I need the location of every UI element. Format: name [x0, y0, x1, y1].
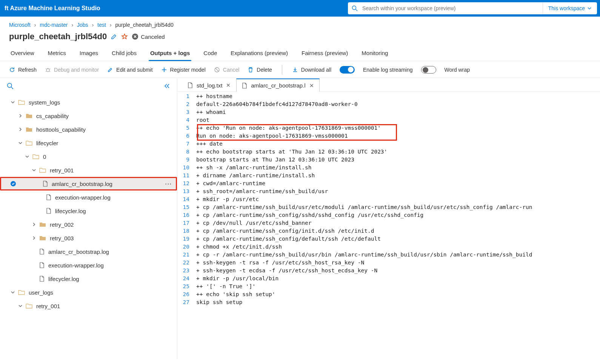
file-tab-amlarc[interactable]: amlarc_cr_bootstrap.l ✕ [236, 78, 319, 92]
file-icon [242, 83, 247, 89]
cancel-icon [214, 67, 220, 73]
tree-folder-retry-001-user[interactable]: retry_001 [0, 299, 177, 313]
tab-metrics[interactable]: Metrics [46, 46, 68, 61]
more-icon[interactable]: ··· [165, 181, 172, 187]
debug-button: Debug and monitor [45, 67, 99, 73]
star-icon[interactable] [121, 33, 128, 40]
status-badge: Canceled [132, 33, 165, 40]
tree-folder-0[interactable]: 0 [0, 150, 177, 163]
log-streaming-toggle[interactable] [340, 66, 355, 74]
close-icon[interactable]: ✕ [309, 83, 314, 89]
log-line: 4root [177, 116, 600, 124]
chevron-right-icon [32, 236, 36, 240]
separator [282, 65, 282, 75]
check-circle-icon [10, 181, 16, 187]
log-line: 19+ cp /amlarc-runtime/ssh_config/defaul… [177, 235, 600, 243]
log-line: 25++ '[' -n True ']' [177, 283, 600, 290]
close-icon[interactable]: ✕ [226, 82, 231, 88]
log-line: 3++ whoami [177, 108, 600, 116]
word-wrap-toggle[interactable] [421, 66, 436, 74]
file-icon [39, 262, 45, 268]
tab-explanations[interactable]: Explanations (preview) [229, 46, 289, 61]
svg-point-3 [46, 69, 49, 72]
file-icon [39, 249, 45, 255]
svg-point-0 [352, 6, 356, 10]
breadcrumb: Microsoft › mdc-master › Jobs › test › p… [0, 17, 600, 30]
log-line: 27skip ssh setup [177, 298, 600, 306]
edit-submit-button[interactable]: Edit and submit [107, 67, 153, 73]
tab-images[interactable]: Images [78, 46, 100, 61]
tree-folder-retry-003[interactable]: retry_003 [0, 231, 177, 245]
chevron-down-icon [25, 154, 29, 159]
filter-icon[interactable] [4, 80, 17, 92]
tab-overview[interactable]: Overview [9, 46, 36, 61]
log-line: 9bootstrap starts at Thu Jan 12 03:36:10… [177, 156, 600, 164]
bug-icon [45, 67, 51, 73]
tree-folder-hosttools[interactable]: hosttools_capability [0, 123, 177, 136]
tree-folder-system-logs[interactable]: system_logs [0, 95, 177, 109]
tab-child-jobs[interactable]: Child jobs [110, 46, 138, 61]
collapse-panel-icon[interactable] [160, 80, 173, 92]
chevron-down-icon [11, 100, 15, 104]
tab-outputs-logs[interactable]: Outputs + logs [149, 46, 191, 61]
word-wrap-label: Word wrap [445, 67, 470, 73]
tree-folder-cs-capability[interactable]: cs_capability [0, 109, 177, 123]
svg-line-6 [11, 87, 13, 89]
folder-open-icon [26, 303, 32, 309]
log-line: 23+ ssh-keygen -t ecdsa -f /usr/etc/ssh_… [177, 267, 600, 275]
log-line: 10++ sh -x /amlarc-runtime/install.sh [177, 164, 600, 172]
crumb-0[interactable]: Microsoft [9, 22, 31, 28]
edit-icon[interactable] [111, 33, 117, 40]
product-title: ft Azure Machine Learning Studio [3, 5, 100, 12]
tabs: Overview Metrics Images Child jobs Outpu… [0, 44, 600, 61]
download-all-button[interactable]: Download all [292, 67, 331, 73]
folder-open-icon [32, 154, 39, 159]
tree-file-lifecycler-log[interactable]: lifecycler.log [0, 204, 177, 218]
log-line: 13+ ssh_root=/amlarc-runtime/ssh_build/u… [177, 187, 600, 195]
refresh-button[interactable]: Refresh [9, 67, 37, 73]
tree-file-amlarc-2[interactable]: amlarc_cr_bootstrap.log [0, 245, 177, 258]
tree-file-exec-wrapper-2[interactable]: execution-wrapper.log [0, 258, 177, 272]
log-line: 2default-226a604b784f1bdefc4d127d78470ad… [177, 100, 600, 108]
log-line: 20+ chmod +x /etc/init.d/ssh [177, 243, 600, 251]
log-line: 22+ ssh-keygen -t rsa -f /usr/etc/ssh_ho… [177, 259, 600, 267]
log-viewer[interactable]: 1++ hostname2default-226a604b784f1bdefc4… [177, 92, 600, 359]
tree-file-lifecycler-log-2[interactable]: lifecycler.log [0, 272, 177, 286]
file-icon [43, 181, 48, 187]
svg-point-5 [8, 83, 12, 88]
cancel-button: Cancel [214, 67, 240, 73]
file-icon [188, 82, 193, 88]
chevron-right-icon [18, 127, 23, 132]
search-box[interactable]: This workspace [348, 2, 597, 14]
download-icon [292, 67, 298, 73]
tree-folder-retry-001[interactable]: retry_001 [0, 163, 177, 177]
log-line: 17+ cp /dev/null /usr/etc/sshd_banner [177, 219, 600, 227]
svg-line-1 [356, 9, 358, 11]
log-line: 12+ cwd=/amlarc-runtime [177, 180, 600, 187]
content-area: system_logs cs_capability hosttools_capa… [0, 78, 600, 359]
register-model-button[interactable]: Register model [161, 67, 206, 73]
crumb-current: purple_cheetah_jrbl54d0 [115, 22, 174, 28]
file-tab-std-log[interactable]: std_log.txt ✕ [182, 78, 236, 92]
file-icon [46, 208, 51, 214]
chevron-right-icon [18, 114, 23, 118]
tree-file-amlarc-bootstrap[interactable]: amlarc_cr_bootstrap.log ··· [0, 177, 177, 190]
tab-monitoring[interactable]: Monitoring [360, 46, 389, 61]
tree-file-exec-wrapper[interactable]: execution-wrapper.log [0, 190, 177, 204]
tab-code[interactable]: Code [202, 46, 218, 61]
tree-folder-lifecycler[interactable]: lifecycler [0, 136, 177, 150]
chevron-right-icon [32, 222, 36, 227]
plus-icon [161, 67, 167, 73]
crumb-2[interactable]: Jobs [77, 22, 88, 28]
log-line: 15+ cp /amlarc-runtime/ssh_build/usr/etc… [177, 203, 600, 211]
file-tree: system_logs cs_capability hosttools_capa… [0, 94, 177, 320]
tab-fairness[interactable]: Fairness (preview) [300, 46, 349, 61]
crumb-3[interactable]: test [97, 22, 106, 28]
delete-button[interactable]: Delete [248, 67, 272, 73]
search-input[interactable] [362, 3, 543, 14]
crumb-1[interactable]: mdc-master [40, 22, 68, 28]
search-scope-dropdown[interactable]: This workspace [543, 2, 597, 14]
tree-folder-user-logs[interactable]: user_logs [0, 286, 177, 299]
trash-icon [248, 67, 254, 73]
tree-folder-retry-002[interactable]: retry_002 [0, 218, 177, 231]
